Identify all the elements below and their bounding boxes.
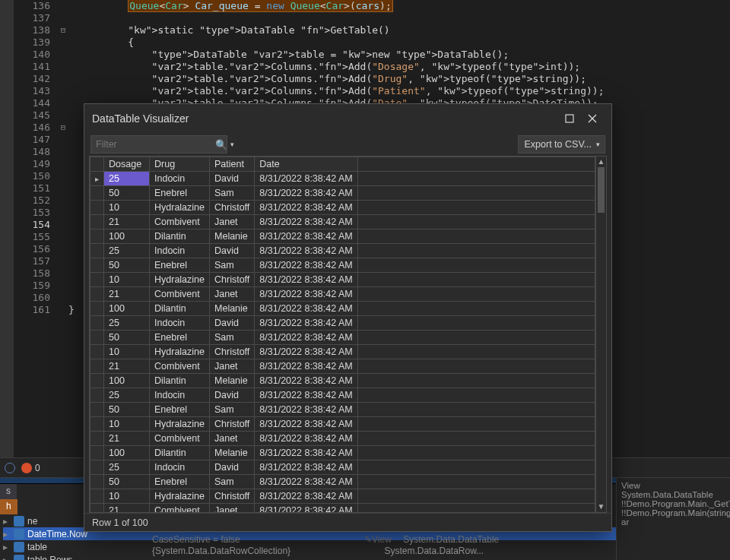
cell-date[interactable]: 8/31/2022 8:38:42 AM <box>255 215 357 229</box>
cell-drug[interactable]: Hydralazine <box>150 489 210 504</box>
expand-icon[interactable]: ▸ <box>3 542 11 552</box>
cell-drug[interactable]: Dilantin <box>150 374 210 388</box>
cell-patient[interactable]: David <box>210 172 255 186</box>
cell-date[interactable]: 8/31/2022 8:38:42 AM <box>255 374 357 388</box>
cell-date[interactable]: 8/31/2022 8:38:42 AM <box>255 475 357 489</box>
cell-patient[interactable]: Melanie <box>210 374 255 388</box>
table-row[interactable]: 50EnebrelSam8/31/2022 8:38:42 AM <box>90 258 595 273</box>
row-header[interactable] <box>90 172 104 186</box>
expand-icon[interactable]: ▸ <box>3 555 11 561</box>
col-header-drug[interactable]: Drug <box>150 157 210 172</box>
cell-drug[interactable]: Enebrel <box>150 403 210 417</box>
cell-drug[interactable]: Indocin <box>150 244 210 258</box>
cell-date[interactable]: 8/31/2022 8:38:42 AM <box>255 359 357 374</box>
table-row[interactable]: 10HydralazineChristoff8/31/2022 8:38:42 … <box>90 345 595 359</box>
table-row[interactable]: 100DilantinMelanie8/31/2022 8:38:42 AM <box>90 446 595 460</box>
cell-patient[interactable]: David <box>210 316 255 331</box>
col-header-date[interactable]: Date <box>255 157 357 172</box>
cell-drug[interactable]: Hydralazine <box>150 345 210 359</box>
cell-patient[interactable]: Janet <box>210 432 255 446</box>
cell-date[interactable]: 8/31/2022 8:38:42 AM <box>255 432 357 446</box>
callstack-line[interactable]: !!Demo.Program.Main._GetTabl <box>621 499 725 508</box>
row-header[interactable] <box>90 489 104 504</box>
datatable-visualizer-window[interactable]: DataTable Visualizer 🔍 ▾ Export to CSV..… <box>84 103 612 532</box>
cell-dosage[interactable]: 25 <box>104 172 150 186</box>
search-icon[interactable]: 🔍 <box>215 139 227 150</box>
cell-dosage[interactable]: 50 <box>104 403 150 417</box>
cell-drug[interactable]: Dilantin <box>150 446 210 460</box>
table-row[interactable]: 100DilantinMelanie8/31/2022 8:38:42 AM <box>90 229 595 244</box>
cell-patient[interactable]: Christoff <box>210 417 255 432</box>
cell-dosage[interactable]: 10 <box>104 417 150 432</box>
table-row[interactable]: 25IndocinDavid8/31/2022 8:38:42 AM <box>90 172 595 186</box>
cell-patient[interactable]: Janet <box>210 359 255 374</box>
row-header-corner[interactable] <box>90 157 104 172</box>
row-header[interactable] <box>90 331 104 345</box>
cell-drug[interactable]: Combivent <box>150 504 210 513</box>
cell-patient[interactable]: Janet <box>210 504 255 513</box>
cell-dosage[interactable]: 25 <box>104 244 150 258</box>
cell-patient[interactable]: Christoff <box>210 201 255 215</box>
cell-patient[interactable]: Sam <box>210 258 255 273</box>
grid-vertical-scrollbar[interactable]: ▲ ▼ <box>595 157 606 512</box>
cell-date[interactable]: 8/31/2022 8:38:42 AM <box>255 460 357 475</box>
row-header[interactable] <box>90 287 104 302</box>
row-header[interactable] <box>90 417 104 432</box>
cell-dosage[interactable]: 21 <box>104 287 150 302</box>
cell-drug[interactable]: Combivent <box>150 359 210 374</box>
cell-patient[interactable]: Janet <box>210 215 255 229</box>
cell-dosage[interactable]: 10 <box>104 489 150 504</box>
table-row[interactable]: 100DilantinMelanie8/31/2022 8:38:42 AM <box>90 374 595 388</box>
cell-drug[interactable]: Hydralazine <box>150 273 210 287</box>
cell-dosage[interactable]: 100 <box>104 302 150 316</box>
cell-dosage[interactable]: 100 <box>104 446 150 460</box>
maximize-button[interactable] <box>558 107 581 130</box>
cell-patient[interactable]: Janet <box>210 287 255 302</box>
table-row[interactable]: 21CombiventJanet8/31/2022 8:38:42 AM <box>90 215 595 229</box>
export-csv-button[interactable]: Export to CSV... ▾ <box>518 135 605 153</box>
cell-patient[interactable]: Sam <box>210 331 255 345</box>
cell-drug[interactable]: Enebrel <box>150 475 210 489</box>
row-header[interactable] <box>90 432 104 446</box>
cell-dosage[interactable]: 50 <box>104 331 150 345</box>
table-row[interactable]: 21CombiventJanet8/31/2022 8:38:42 AM <box>90 359 595 374</box>
table-row[interactable]: 25IndocinDavid8/31/2022 8:38:42 AM <box>90 460 595 475</box>
expand-icon[interactable]: ▸ <box>3 516 11 527</box>
cell-dosage[interactable]: 50 <box>104 475 150 489</box>
bp-tab-1[interactable]: s <box>0 484 17 499</box>
cell-patient[interactable]: Sam <box>210 403 255 417</box>
row-header[interactable] <box>90 446 104 460</box>
cell-date[interactable]: 8/31/2022 8:38:42 AM <box>255 258 357 273</box>
row-header[interactable] <box>90 258 104 273</box>
row-header[interactable] <box>90 316 104 331</box>
cell-dosage[interactable]: 10 <box>104 201 150 215</box>
cell-date[interactable]: 8/31/2022 8:38:42 AM <box>255 273 357 287</box>
cell-date[interactable]: 8/31/2022 8:38:42 AM <box>255 229 357 244</box>
expand-icon[interactable]: ▸ <box>3 529 11 539</box>
data-grid[interactable]: Dosage Drug Patient Date 25IndocinDavid8… <box>90 157 595 512</box>
cell-drug[interactable]: Dilantin <box>150 229 210 244</box>
row-header[interactable] <box>90 273 104 287</box>
cell-drug[interactable]: Combivent <box>150 215 210 229</box>
row-header[interactable] <box>90 186 104 201</box>
row-header[interactable] <box>90 475 104 489</box>
visualizer-titlebar[interactable]: DataTable Visualizer <box>84 104 611 133</box>
cell-date[interactable]: 8/31/2022 8:38:42 AM <box>255 302 357 316</box>
cell-date[interactable]: 8/31/2022 8:38:42 AM <box>255 331 357 345</box>
col-header-dosage[interactable]: Dosage <box>104 157 150 172</box>
cell-date[interactable]: 8/31/2022 8:38:42 AM <box>255 504 357 513</box>
cell-drug[interactable]: Dilantin <box>150 302 210 316</box>
table-row[interactable]: 10HydralazineChristoff8/31/2022 8:38:42 … <box>90 201 595 215</box>
cell-dosage[interactable]: 25 <box>104 388 150 403</box>
cell-drug[interactable]: Enebrel <box>150 186 210 201</box>
table-row[interactable]: 10HydralazineChristoff8/31/2022 8:38:42 … <box>90 417 595 432</box>
cell-date[interactable]: 8/31/2022 8:38:42 AM <box>255 172 357 186</box>
callstack-line[interactable]: !!Demo.Program.Main(string[] ar <box>621 508 725 527</box>
cell-date[interactable]: 8/31/2022 8:38:42 AM <box>255 244 357 258</box>
row-header[interactable] <box>90 244 104 258</box>
cell-drug[interactable]: Indocin <box>150 172 210 186</box>
table-row[interactable]: 21CombiventJanet8/31/2022 8:38:42 AM <box>90 287 595 302</box>
row-header[interactable] <box>90 359 104 374</box>
cell-dosage[interactable]: 10 <box>104 273 150 287</box>
cell-dosage[interactable]: 10 <box>104 345 150 359</box>
